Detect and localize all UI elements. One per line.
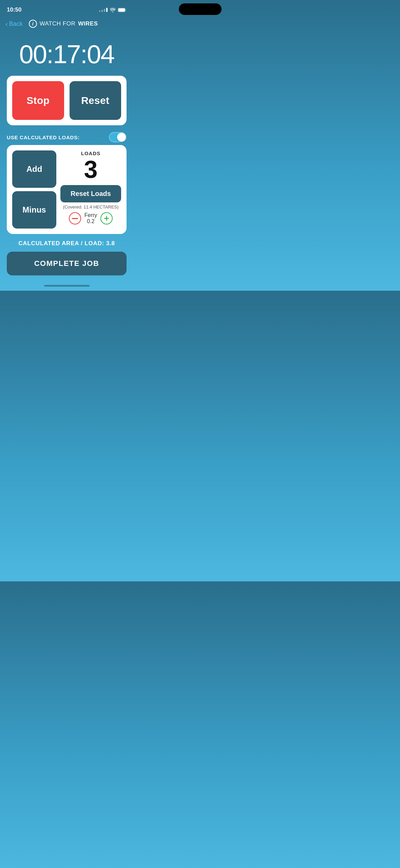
complete-job-button[interactable]: COMPLETE JOB (7, 252, 127, 275)
info-icon[interactable]: i (29, 20, 37, 28)
svg-rect-1 (118, 8, 125, 12)
status-time: 10:50 (7, 6, 21, 13)
ferry-label: Ferry 0.2 (84, 212, 97, 224)
signal-icon (99, 8, 108, 12)
ferry-value: 0.2 (84, 218, 97, 224)
status-bar: 10:50 (0, 0, 133, 17)
back-button[interactable]: ‹ Back (5, 20, 23, 28)
reset-loads-button[interactable]: Reset Loads (60, 185, 121, 202)
status-right (99, 7, 127, 12)
battery-icon (118, 8, 127, 12)
stop-button[interactable]: Stop (12, 81, 64, 120)
nav-wires: WIRES (78, 20, 98, 27)
toggle-label: USE CALCULATED LOADS: (7, 134, 80, 140)
nav-bar: ‹ Back i WATCH FOR WIRES (0, 17, 133, 31)
nav-title-area: i WATCH FOR WIRES (29, 20, 98, 28)
stop-reset-card: Stop Reset (7, 76, 127, 125)
toggle-row: USE CALCULATED LOADS: (0, 131, 133, 145)
stop-reset-row: Stop Reset (12, 81, 121, 120)
minus-icon (72, 218, 78, 219)
home-indicator (0, 282, 133, 291)
ferry-plus-button[interactable] (100, 212, 113, 224)
home-bar (44, 285, 90, 287)
wifi-icon (110, 7, 116, 12)
back-label: Back (9, 20, 23, 28)
calculated-loads-toggle[interactable] (109, 132, 127, 142)
loads-left: Add Minus (12, 150, 56, 229)
add-button[interactable]: Add (12, 150, 56, 188)
ferry-row: Ferry 0.2 (69, 212, 113, 224)
plus-icon (103, 215, 110, 222)
toggle-knob (117, 133, 126, 142)
reset-button[interactable]: Reset (70, 81, 121, 120)
back-chevron-icon: ‹ (5, 20, 8, 28)
loads-count: 3 (84, 156, 97, 183)
timer-display: 00:17:04 (0, 31, 133, 76)
ferry-minus-button[interactable] (69, 212, 81, 224)
minus-button[interactable]: Minus (12, 191, 56, 229)
loads-right: LOADS 3 Reset Loads (Covered: 11.4 HECTA… (60, 150, 121, 229)
covered-text: (Covered: 11.4 HECTARES) (63, 204, 119, 210)
loads-title: LOADS (81, 150, 101, 156)
nav-watch-for: WATCH FOR (40, 20, 76, 27)
loads-card: Add Minus LOADS 3 Reset Loads (Covered: … (7, 145, 127, 234)
calc-area-row: CALCULATED AREA / LOAD: 3.8 (0, 239, 133, 252)
